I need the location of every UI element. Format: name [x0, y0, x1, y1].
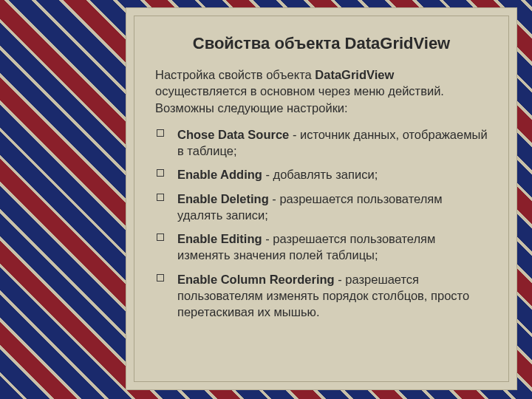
intro-prefix: Настройка свойств объекта: [155, 68, 315, 81]
properties-list: Chose Data Source - источник данных, ото…: [151, 126, 492, 328]
intro-suffix: осуществляется в основном через меню дей…: [155, 84, 444, 114]
content-panel: Свойства объекта DataGridView Настройка …: [126, 7, 517, 390]
property-term: Enable Deleting: [177, 192, 269, 205]
list-item: Enable Adding - добавлять записи;: [152, 166, 488, 190]
page-title: Свойства объекта DataGridView: [151, 34, 492, 53]
property-term: Enable Editing: [177, 232, 262, 245]
intro-paragraph: Настройка свойств объекта DataGridView о…: [155, 66, 488, 116]
slide-background: Свойства объекта DataGridView Настройка …: [0, 0, 532, 399]
property-term: Chose Data Source: [177, 128, 289, 141]
list-item: Enable Deleting - разрешается пользовате…: [152, 191, 488, 231]
list-item: Chose Data Source - источник данных, ото…: [152, 126, 488, 167]
list-item: Enable Column Reordering - разрешается п…: [152, 271, 488, 328]
property-term: Enable Adding: [177, 168, 262, 181]
property-term: Enable Column Reordering: [177, 273, 335, 286]
list-item: Enable Editing - разрешается пользовател…: [152, 231, 488, 271]
content-panel-inner: Свойства объекта DataGridView Настройка …: [134, 16, 509, 382]
intro-bold-term: DataGridView: [315, 68, 394, 81]
property-desc: - добавлять записи;: [262, 168, 378, 181]
